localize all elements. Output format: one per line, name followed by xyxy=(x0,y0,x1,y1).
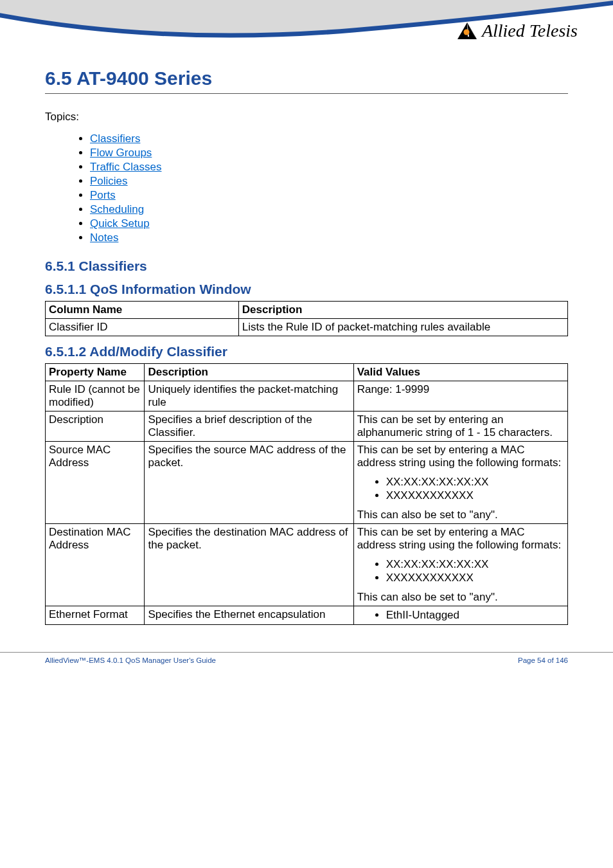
list-item: XX:XX:XX:XX:XX:XX xyxy=(386,558,564,571)
add-modify-table: Property Name Description Valid Values R… xyxy=(45,363,568,625)
table-cell: This can be set by entering a MAC addres… xyxy=(353,524,567,606)
classifiers-heading: 6.5.1 Classifiers xyxy=(45,258,568,274)
section-title: 6.5 AT-9400 Series xyxy=(45,68,568,89)
qos-window-table: Column Name Description Classifier ID Li… xyxy=(45,301,568,336)
logo-triangle-icon xyxy=(458,23,477,39)
cell-text: This can be set by entering a MAC addres… xyxy=(357,444,564,469)
cell-text: This can be set by entering a MAC addres… xyxy=(357,526,564,552)
table-header: Description xyxy=(238,302,567,319)
table-cell: Specifies the destination MAC address of… xyxy=(145,524,353,606)
brand-name: Allied Telesis xyxy=(482,21,578,41)
table-cell: Classifier ID xyxy=(46,319,239,336)
cell-text: This can also be set to "any". xyxy=(357,509,564,521)
title-rule xyxy=(45,93,568,94)
page-content: 6.5 AT-9400 Series Topics: Classifiers F… xyxy=(0,68,613,652)
table-row: Rule ID (cannot be modified) Uniquely id… xyxy=(46,381,568,411)
table-row: Source MAC Address Specifies the source … xyxy=(46,442,568,524)
list-item: Flow Groups xyxy=(90,147,568,159)
table-row: Description Specifies a brief descriptio… xyxy=(46,411,568,442)
table-cell: Destination MAC Address xyxy=(46,524,145,606)
list-item: Notes xyxy=(90,231,568,244)
table-cell: Description xyxy=(46,411,145,442)
topics-label: Topics: xyxy=(45,111,568,123)
table-cell: EthII-Untagged xyxy=(353,606,567,625)
topics-list: Classifiers Flow Groups Traffic Classes … xyxy=(45,132,568,244)
header-swoosh: Allied Telesis xyxy=(0,0,613,61)
cell-bullets: XX:XX:XX:XX:XX:XX XXXXXXXXXXXX xyxy=(357,558,564,584)
footer-left: AlliedView™-EMS 4.0.1 QoS Manager User's… xyxy=(45,656,216,664)
topic-link-policies[interactable]: Policies xyxy=(90,175,128,187)
table-cell: This can be set by entering an alphanume… xyxy=(353,411,567,442)
cell-text: This can also be set to "any". xyxy=(357,591,564,604)
list-item: XX:XX:XX:XX:XX:XX xyxy=(386,476,564,489)
table-cell: Specifies the Ethernet encapsulation xyxy=(145,606,353,625)
list-item: EthII-Untagged xyxy=(386,609,564,622)
table-header: Column Name xyxy=(46,302,239,319)
table-cell: Rule ID (cannot be modified) xyxy=(46,381,145,411)
list-item: Scheduling xyxy=(90,203,568,216)
topic-link-classifiers[interactable]: Classifiers xyxy=(90,132,140,145)
table-cell: Uniquely identifies the packet-matching … xyxy=(145,381,353,411)
table-cell: Range: 1-9999 xyxy=(353,381,567,411)
list-item: XXXXXXXXXXXX xyxy=(386,489,564,502)
list-item: Policies xyxy=(90,175,568,188)
topic-link-scheduling[interactable]: Scheduling xyxy=(90,203,144,215)
table-header: Description xyxy=(145,364,353,381)
list-item: XXXXXXXXXXXX xyxy=(386,572,564,584)
table-cell: Specifies a brief description of the Cla… xyxy=(145,411,353,442)
table-cell: Lists the Rule ID of packet-matching rul… xyxy=(238,319,567,336)
topic-link-ports[interactable]: Ports xyxy=(90,189,116,201)
table-cell: This can be set by entering a MAC addres… xyxy=(353,442,567,524)
topic-link-flow-groups[interactable]: Flow Groups xyxy=(90,147,152,159)
list-item: Traffic Classes xyxy=(90,161,568,174)
footer-right: Page 54 of 146 xyxy=(518,656,568,664)
table-row: Destination MAC Address Specifies the de… xyxy=(46,524,568,606)
cell-bullets: XX:XX:XX:XX:XX:XX XXXXXXXXXXXX xyxy=(357,476,564,502)
table-header: Valid Values xyxy=(353,364,567,381)
table-cell: Source MAC Address xyxy=(46,442,145,524)
list-item: Ports xyxy=(90,189,568,202)
cell-bullets: EthII-Untagged xyxy=(357,609,564,622)
table-header: Property Name xyxy=(46,364,145,381)
page-footer: AlliedView™-EMS 4.0.1 QoS Manager User's… xyxy=(0,652,613,676)
topic-link-notes[interactable]: Notes xyxy=(90,231,118,244)
table-cell: Ethernet Format xyxy=(46,606,145,625)
svg-point-3 xyxy=(463,30,469,35)
list-item: Quick Setup xyxy=(90,217,568,230)
brand-logo: Allied Telesis xyxy=(458,21,578,41)
list-item: Classifiers xyxy=(90,132,568,145)
add-modify-heading: 6.5.1.2 Add/Modify Classifier xyxy=(45,344,568,359)
table-row: Ethernet Format Specifies the Ethernet e… xyxy=(46,606,568,625)
topic-link-quick-setup[interactable]: Quick Setup xyxy=(90,217,150,230)
topic-link-traffic-classes[interactable]: Traffic Classes xyxy=(90,161,161,173)
table-row: Classifier ID Lists the Rule ID of packe… xyxy=(46,319,568,336)
qos-window-heading: 6.5.1.1 QoS Information Window xyxy=(45,282,568,297)
table-cell: Specifies the source MAC address of the … xyxy=(145,442,353,524)
